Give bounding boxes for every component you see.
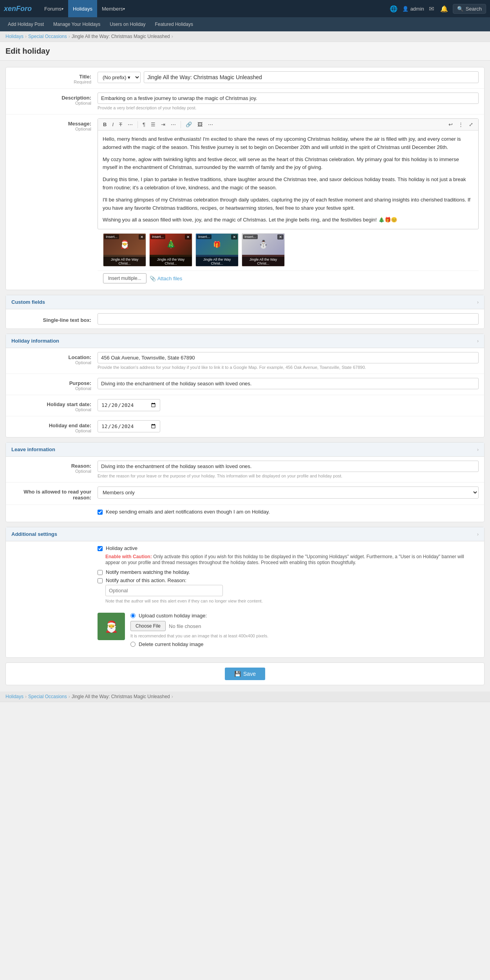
nav-forums[interactable]: Forums <box>40 0 68 17</box>
more-format-btn[interactable]: ⋯ <box>126 120 135 129</box>
message-icon[interactable]: ✉ <box>427 4 436 14</box>
insert-multiple-btn[interactable]: Insert multiple... <box>103 273 146 283</box>
attachment-1-delete[interactable]: ✕ <box>139 234 145 240</box>
breadcrumb-special-occasions-link[interactable]: Special Occasions <box>28 34 67 39</box>
subnav-manage-holidays[interactable]: Manage Your Holidays <box>49 17 104 31</box>
bell-icon[interactable]: 🔔 <box>439 4 450 14</box>
end-date-control-col <box>98 420 479 433</box>
upload-image-radio[interactable] <box>130 613 136 618</box>
purpose-input[interactable] <box>98 378 479 389</box>
single-line-label-col: Single-line text box: <box>11 315 98 323</box>
additional-settings-header[interactable]: Additional settings › <box>6 527 484 541</box>
reason-control-col: Enter the reason for your leave or the p… <box>98 461 479 478</box>
message-p2: My cozy home, aglow with twinkling light… <box>103 156 474 172</box>
attachment-2-delete[interactable]: ✕ <box>185 234 191 240</box>
message-optional: Optional <box>11 127 91 131</box>
purpose-control-col <box>98 378 479 391</box>
subnav-featured-holidays[interactable]: Featured Holidays <box>151 17 197 31</box>
title-control-col: (No prefix) ▾ <box>98 71 479 84</box>
indent-btn[interactable]: ⇥ <box>159 120 167 129</box>
prefix-select[interactable]: (No prefix) ▾ <box>98 72 141 83</box>
attachment-2-label: Jingle All the Way Christ... <box>150 257 192 266</box>
who-reads-select[interactable]: Members only <box>98 486 479 499</box>
more-para-btn[interactable]: ⋯ <box>169 120 178 129</box>
paragraph-btn[interactable]: ¶ <box>141 120 147 129</box>
choose-file-btn[interactable]: Choose File <box>130 621 166 631</box>
description-label-col: Description: Optional <box>11 93 98 110</box>
location-label: Location: <box>69 354 92 360</box>
attachment-1-insert[interactable]: Insert... <box>104 234 119 239</box>
img-hint: It is recommended that you use an image … <box>130 633 268 638</box>
undo-btn[interactable]: ↩ <box>447 120 455 129</box>
no-file-text: No file chosen <box>169 623 201 629</box>
custom-fields-header[interactable]: Custom fields › <box>6 295 484 309</box>
attachment-2-insert[interactable]: Insert... <box>150 234 165 239</box>
italic-btn[interactable]: I <box>110 120 116 129</box>
notify-members-checkbox[interactable] <box>98 570 103 575</box>
reason-label-col: Reason: Optional <box>11 461 98 478</box>
custom-fields-chevron: › <box>477 299 479 305</box>
list-btn[interactable]: ☰ <box>149 120 157 129</box>
location-input[interactable] <box>98 352 479 363</box>
message-label: Message: <box>68 121 91 127</box>
holiday-info-header[interactable]: Holiday information › <box>6 334 484 348</box>
notify-author-input[interactable] <box>105 585 223 596</box>
expand-btn[interactable]: ⤢ <box>467 120 475 129</box>
notify-author-row: Notify author of this action. Reason: <box>98 577 479 583</box>
email-alerts-checkbox[interactable] <box>98 510 103 515</box>
search-button[interactable]: 🔍 Search <box>453 4 486 14</box>
nav-holidays[interactable]: Holidays <box>68 0 97 17</box>
end-date-row: Holiday end date: Optional <box>6 416 484 437</box>
description-input[interactable] <box>98 93 479 104</box>
breadcrumb-current: Jingle All the Way: Christmas Magic Unle… <box>72 34 170 39</box>
nav-members[interactable]: Members <box>97 0 130 17</box>
more-insert-btn[interactable]: ⋯ <box>206 120 215 129</box>
reason-input[interactable] <box>98 461 479 472</box>
strikethrough-btn[interactable]: T <box>117 120 124 129</box>
editor-area[interactable]: Hello, merry friends and festive enthusi… <box>98 131 478 229</box>
attachment-3-label: Jingle All the Way Christ... <box>196 257 238 266</box>
description-hint: Provide a very brief description of your… <box>98 105 479 110</box>
message-p1: Hello, merry friends and festive enthusi… <box>103 135 474 152</box>
title-label-col: Title: Required <box>11 71 98 84</box>
bottom-breadcrumb-special-occasions-link[interactable]: Special Occasions <box>28 694 67 699</box>
attach-files-link[interactable]: 📎 Attach files <box>150 276 183 281</box>
attachment-4: ⛄ Insert... ✕ Jingle All the Way Christ.… <box>242 233 285 267</box>
description-label: Description: <box>61 95 91 101</box>
reason-optional: Optional <box>11 469 91 474</box>
start-date-optional: Optional <box>11 407 91 412</box>
single-line-input[interactable] <box>98 313 479 325</box>
notify-author-checkbox[interactable] <box>98 578 103 583</box>
message-p5: Wishing you all a season filled with lov… <box>103 216 474 224</box>
attachment-3-delete[interactable]: ✕ <box>231 234 237 240</box>
end-date-input[interactable] <box>98 420 160 432</box>
more-options-btn[interactable]: ⋮ <box>456 120 465 129</box>
additional-settings-chevron: › <box>477 532 479 537</box>
start-date-input[interactable] <box>98 399 160 411</box>
attachment-4-insert[interactable]: Insert... <box>243 234 258 239</box>
title-input[interactable] <box>144 71 479 83</box>
save-icon: 💾 <box>234 671 241 677</box>
link-btn[interactable]: 🔗 <box>184 120 194 129</box>
holiday-active-checkbox[interactable] <box>98 546 103 551</box>
breadcrumb-holidays-link[interactable]: Holidays <box>5 34 24 39</box>
additional-settings-section: Additional settings › Holiday active Ena… <box>5 527 485 658</box>
subnav-users-on-holiday[interactable]: Users on Holiday <box>106 17 149 31</box>
image-btn[interactable]: 🖼 <box>195 120 204 129</box>
save-btn[interactable]: 💾 Save <box>225 668 265 680</box>
attachment-4-label: Jingle All the Way Christ... <box>242 257 284 266</box>
globe-icon[interactable] <box>388 4 399 14</box>
start-date-label: Holiday start date: <box>47 401 91 407</box>
leave-info-header[interactable]: Leave information › <box>6 443 484 457</box>
subnav-add-holiday[interactable]: Add Holiday Post <box>4 17 48 31</box>
location-hint: Provide the location's address for your … <box>98 365 479 370</box>
attachment-4-delete[interactable]: ✕ <box>277 234 284 240</box>
admin-label: 👤 admin <box>402 6 424 12</box>
description-row: Description: Optional Provide a very bri… <box>6 89 484 114</box>
upload-image-section: 🎅 Upload custom holiday image: Choose Fi… <box>98 609 479 653</box>
bottom-breadcrumb-holidays-link[interactable]: Holidays <box>5 694 24 699</box>
delete-image-radio[interactable] <box>130 642 136 647</box>
email-alerts-label: Keep sending emails and alert notificati… <box>106 509 270 515</box>
attachment-3-insert[interactable]: Insert... <box>197 234 212 239</box>
bold-btn[interactable]: B <box>101 120 108 129</box>
